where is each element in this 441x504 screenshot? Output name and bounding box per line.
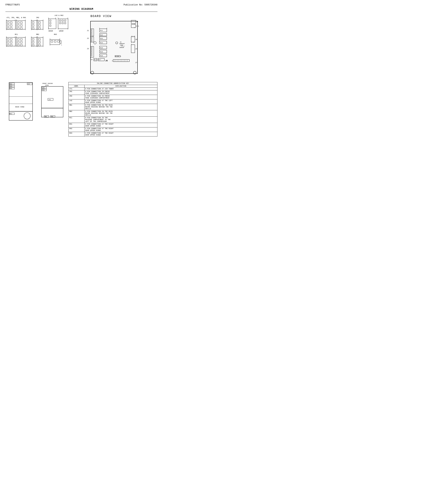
svg-text:1: 1 — [6, 29, 7, 30]
svg-rect-99 — [58, 41, 59, 42]
svg-rect-105 — [91, 21, 138, 74]
svg-rect-65 — [10, 44, 12, 46]
svg-text:7: 7 — [15, 29, 16, 30]
svg-rect-0 — [6, 21, 16, 29]
svg-text:5: 5 — [55, 17, 56, 19]
svg-text:1: 1 — [43, 29, 43, 30]
svg-text:J11: J11 — [136, 25, 139, 27]
svg-text:RL2: RL2 — [100, 34, 103, 36]
svg-text:1: 1 — [112, 60, 113, 62]
svg-text:RL8: RL8 — [100, 55, 103, 57]
board-view-svg: J9 J11 1 4 J1 RL1 2 4 — [85, 19, 143, 77]
svg-text:RL5: RL5 — [100, 38, 103, 39]
svg-text:2: 2 — [59, 38, 60, 40]
abbr-explanation: 6 PIN CONNECTION IN FRESH FOOD ICEMAKER … — [84, 95, 157, 99]
svg-rect-63 — [10, 41, 12, 43]
table-row: IM26 PIN CONNECTION IN FRESH FOOD ICEMAK… — [69, 95, 158, 99]
svg-text:4: 4 — [106, 28, 107, 29]
table-row: AT19 PIN CONNECTION AT AIR TOWER — [69, 88, 158, 90]
abbr-explanation: 9 PIN CONNECTION IN FRESH FOOD ICEMAKER … — [84, 90, 157, 95]
connectors-area: AT1, IM1, MB1, & RH1 — [5, 15, 81, 50]
svg-rect-24 — [32, 22, 34, 24]
svg-rect-85 — [39, 39, 40, 40]
svg-text:MB1: MB1 — [45, 116, 47, 117]
abbr-table-area: INLINE CONNECTOR ABBREVIATION KEY ABBR. … — [68, 82, 158, 136]
svg-rect-40 — [49, 22, 51, 24]
svg-text:U2: U2 — [91, 59, 93, 60]
connector-svg-mc1: 3 9 9 3 1 7 7 1 — [5, 36, 27, 48]
svg-text:J2: J2 — [87, 38, 89, 39]
abbr-code: RH2 — [69, 127, 84, 132]
svg-text:2: 2 — [31, 36, 32, 38]
front-view-area: FRONT INSIDE VIEW IM1 IM2 AT1 MB1 — [39, 82, 66, 124]
svg-text:RL1: RL1 — [100, 30, 103, 31]
svg-text:VIEW: VIEW — [45, 84, 48, 86]
connector-label-lh2-rh2: LH2 & RH2 — [55, 15, 63, 16]
svg-text:J9: J9 — [136, 21, 138, 23]
svg-text:11: 11 — [131, 36, 133, 37]
connector-label-at1: AT1, IM1, MB1, & RH1 — [6, 17, 26, 19]
svg-rect-86 — [39, 41, 40, 43]
svg-rect-66 — [17, 39, 19, 40]
svg-rect-100 — [60, 41, 61, 44]
svg-rect-27 — [39, 22, 40, 24]
svg-text:5: 5 — [48, 17, 49, 19]
svg-text:MC1: MC1 — [10, 113, 12, 115]
abbr-code: MC1 — [69, 117, 84, 123]
svg-text:J5: J5 — [105, 60, 108, 62]
svg-rect-68 — [17, 41, 19, 43]
front-view-svg: FRONT INSIDE VIEW IM1 IM2 AT1 MB1 — [39, 82, 66, 124]
svg-rect-71 — [20, 44, 22, 46]
abbr-explanation: 5 PIN CONNECTION AT THE RIGHT DOOR UPPER… — [84, 127, 157, 132]
svg-rect-43 — [59, 20, 61, 21]
svg-text:2: 2 — [43, 36, 43, 38]
svg-text:1: 1 — [131, 44, 132, 45]
svg-text:J3: J3 — [87, 48, 89, 50]
svg-text:RL4: RL4 — [94, 59, 97, 60]
svg-rect-96 — [50, 40, 60, 45]
svg-rect-5 — [10, 25, 12, 26]
svg-text:1: 1 — [67, 28, 68, 30]
header: FPBS2778UF5 Publication No: 5995720348 — [5, 4, 158, 6]
svg-rect-4 — [7, 25, 9, 26]
svg-text:3: 3 — [6, 36, 7, 38]
svg-rect-48 — [64, 22, 66, 24]
abbr-header-explanation: EXPLANATION — [84, 85, 157, 88]
table-row: IM19 PIN CONNECTION IN FRESH FOOD ICEMAK… — [69, 90, 158, 95]
abbr-explanation: 9 PIN CONNECTION AT THE RIGHT DOOR UPPER… — [84, 123, 157, 127]
abbreviation-table: INLINE CONNECTOR ABBREVIATION KEY ABBR. … — [68, 82, 158, 136]
abbr-explanation: 9 PIN CONNECTION IN THE MAIN BOARD HOUSI… — [84, 104, 157, 110]
svg-text:CATCH: CATCH — [48, 30, 53, 31]
svg-rect-69 — [20, 41, 22, 43]
svg-rect-87 — [39, 44, 40, 46]
svg-rect-12 — [17, 28, 19, 29]
svg-rect-7 — [10, 28, 12, 29]
svg-text:1: 1 — [6, 46, 7, 47]
svg-text:1: 1 — [31, 29, 32, 30]
abbr-code: MB2 — [69, 110, 84, 117]
svg-rect-41 — [49, 25, 51, 26]
svg-rect-26 — [32, 28, 34, 29]
svg-text:7: 7 — [15, 46, 16, 47]
svg-text:1: 1 — [43, 46, 43, 47]
svg-text:AMBIENT: AMBIENT — [119, 43, 125, 44]
abbr-code: AT1 — [69, 88, 84, 90]
svg-text:LATCH: LATCH — [59, 30, 63, 31]
svg-text:4: 4 — [37, 36, 38, 38]
board-view-title: BOARD VIEW — [91, 15, 158, 18]
abbr-table-title: INLINE CONNECTOR ABBREVIATION KEY — [69, 82, 158, 85]
abbr-code: LH2 — [69, 99, 84, 104]
svg-text:RL6: RL6 — [100, 47, 103, 49]
svg-text:3: 3 — [25, 36, 26, 38]
svg-text:9: 9 — [15, 36, 16, 38]
svg-rect-8 — [17, 22, 19, 24]
svg-rect-210 — [41, 86, 63, 108]
svg-rect-82 — [32, 39, 34, 40]
connector-label-rh3: RH3 — [54, 34, 57, 35]
connector-svg-at1: 3 9 9 3 1 7 7 1 — [5, 19, 27, 31]
abbr-explanation: 5 PIN CONNECTION AT THE LEFT DOOR UPPER … — [84, 99, 157, 104]
svg-rect-62 — [7, 41, 9, 43]
svg-rect-58 — [6, 37, 16, 46]
svg-rect-70 — [17, 44, 19, 46]
svg-rect-61 — [10, 39, 12, 40]
